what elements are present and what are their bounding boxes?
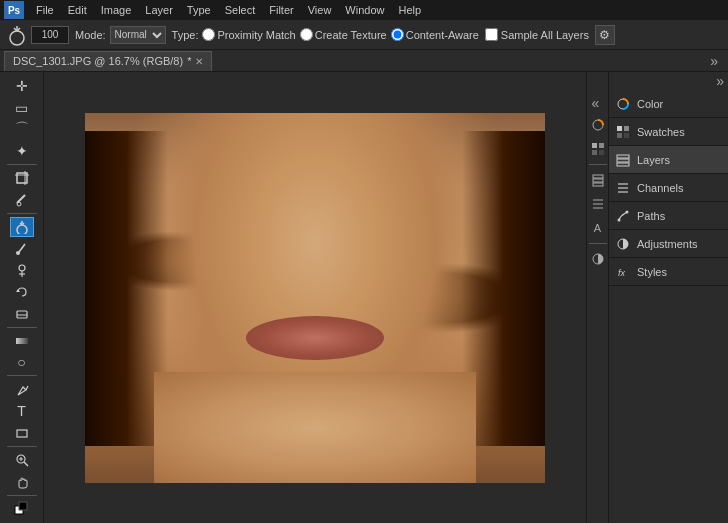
- panel-right-collapse[interactable]: »: [609, 72, 728, 90]
- tool-move[interactable]: ✛: [10, 76, 34, 97]
- tool-fg-bg[interactable]: [10, 499, 34, 520]
- settings-button[interactable]: ⚙: [595, 25, 615, 45]
- menu-filter[interactable]: Filter: [263, 2, 299, 18]
- svg-rect-43: [617, 126, 622, 131]
- tool-hand[interactable]: [10, 471, 34, 492]
- tool-separator-3: [7, 327, 37, 328]
- tool-shape[interactable]: [10, 422, 34, 443]
- svg-rect-32: [599, 143, 604, 148]
- layers-icon: [615, 152, 631, 168]
- menu-type[interactable]: Type: [181, 2, 217, 18]
- chin-neck: [154, 372, 476, 483]
- svg-point-54: [626, 210, 629, 213]
- panel-color[interactable]: Color: [609, 90, 728, 118]
- svg-rect-37: [593, 183, 603, 186]
- tool-separator-4: [7, 375, 37, 376]
- doc-tab-close-button[interactable]: ✕: [195, 56, 203, 67]
- panel-left-icon-1[interactable]: [589, 114, 607, 136]
- tool-gradient[interactable]: [10, 330, 34, 351]
- panel-adjustments[interactable]: Adjustments: [609, 230, 728, 258]
- menu-file[interactable]: File: [30, 2, 60, 18]
- brush-icon: [15, 242, 29, 256]
- document-tabs: DSC_1301.JPG @ 16.7% (RGB/8) * ✕ »: [0, 50, 728, 72]
- history-icon: [15, 285, 29, 299]
- doc-tab-modified: *: [187, 55, 191, 67]
- channels-label: Channels: [637, 182, 683, 194]
- healing-icon: [15, 220, 29, 234]
- color-wheel-icon: [591, 118, 605, 132]
- main-area: ✛ ▭ ⌒ ✦ ○: [0, 72, 728, 523]
- menu-image[interactable]: Image: [95, 2, 138, 18]
- paths-icon: [615, 208, 631, 224]
- svg-line-22: [26, 386, 28, 390]
- panel-styles[interactable]: fx Styles: [609, 258, 728, 286]
- mode-select[interactable]: Normal Multiply Screen: [110, 26, 166, 44]
- panel-left-icon-3[interactable]: [589, 169, 607, 191]
- svg-point-15: [19, 265, 25, 271]
- color-icon: [615, 96, 631, 112]
- panel-paths[interactable]: Paths: [609, 202, 728, 230]
- panel-left-icon-2[interactable]: [589, 138, 607, 160]
- tool-healing[interactable]: [10, 217, 34, 238]
- tool-dodge[interactable]: ○: [10, 352, 34, 373]
- panel-collapse-button[interactable]: «: [592, 94, 604, 112]
- svg-line-25: [24, 462, 28, 466]
- radio-texture[interactable]: Create Texture: [300, 28, 387, 41]
- type-group: Type: Proximity Match Create Texture Con…: [172, 28, 479, 41]
- tool-brush[interactable]: [10, 238, 34, 259]
- tool-eyedropper[interactable]: [10, 190, 34, 211]
- tool-eraser[interactable]: [10, 303, 34, 324]
- tool-history[interactable]: [10, 281, 34, 302]
- swatches-icon: [615, 124, 631, 140]
- panel-separator-2: [589, 243, 607, 244]
- svg-line-13: [19, 244, 25, 252]
- radio-content-aware[interactable]: Content-Aware: [391, 28, 479, 41]
- menu-help[interactable]: Help: [392, 2, 427, 18]
- panel-left-icon-6[interactable]: [589, 248, 607, 270]
- svg-point-14: [16, 251, 20, 255]
- panel-swatches[interactable]: Swatches: [609, 118, 728, 146]
- app-logo: Ps: [4, 1, 24, 19]
- radio-proximity[interactable]: Proximity Match: [202, 28, 295, 41]
- svg-rect-46: [624, 133, 629, 138]
- pen-icon: [15, 383, 29, 397]
- tool-zoom[interactable]: [10, 450, 34, 471]
- tool-lasso[interactable]: ⌒: [10, 119, 34, 140]
- tool-pen[interactable]: [10, 379, 34, 400]
- menu-edit[interactable]: Edit: [62, 2, 93, 18]
- panel-left-icon-4[interactable]: [589, 193, 607, 215]
- tool-separator-5: [7, 446, 37, 447]
- photo-canvas: [85, 113, 545, 483]
- menu-layer[interactable]: Layer: [139, 2, 179, 18]
- svg-text:fx: fx: [618, 268, 626, 278]
- panel-channels[interactable]: Channels: [609, 174, 728, 202]
- svg-point-53: [618, 218, 621, 221]
- tool-text[interactable]: T: [10, 401, 34, 422]
- toolbar: Mode: Normal Multiply Screen Type: Proxi…: [0, 20, 728, 50]
- panel-layers[interactable]: Layers: [609, 146, 728, 174]
- sample-all-checkbox[interactable]: Sample All Layers: [485, 28, 589, 41]
- styles-icon: fx: [615, 264, 631, 280]
- svg-rect-31: [592, 143, 597, 148]
- eyedropper-icon: [15, 193, 29, 207]
- document-tab[interactable]: DSC_1301.JPG @ 16.7% (RGB/8) * ✕: [4, 51, 212, 71]
- svg-rect-35: [593, 175, 603, 178]
- panel-left-icon-5[interactable]: A: [589, 217, 607, 239]
- menu-window[interactable]: Window: [339, 2, 390, 18]
- tool-separator-2: [7, 213, 37, 214]
- tool-clone[interactable]: [10, 260, 34, 281]
- right-panel: » Color Swatches Layers: [608, 72, 728, 523]
- tool-magic-wand[interactable]: ✦: [10, 141, 34, 162]
- menu-view[interactable]: View: [302, 2, 338, 18]
- clone-icon: [15, 263, 29, 277]
- panel-icons-left: « A: [586, 72, 608, 523]
- menu-select[interactable]: Select: [219, 2, 262, 18]
- toolbox: ✛ ▭ ⌒ ✦ ○: [0, 72, 44, 523]
- svg-rect-45: [617, 133, 622, 138]
- canvas-background: [44, 72, 586, 523]
- tool-select-rect[interactable]: ▭: [10, 98, 34, 119]
- svg-point-9: [17, 225, 27, 234]
- doc-tab-expand-arrow[interactable]: »: [704, 51, 724, 71]
- brush-size-input[interactable]: [31, 26, 69, 44]
- tool-crop[interactable]: [10, 168, 34, 189]
